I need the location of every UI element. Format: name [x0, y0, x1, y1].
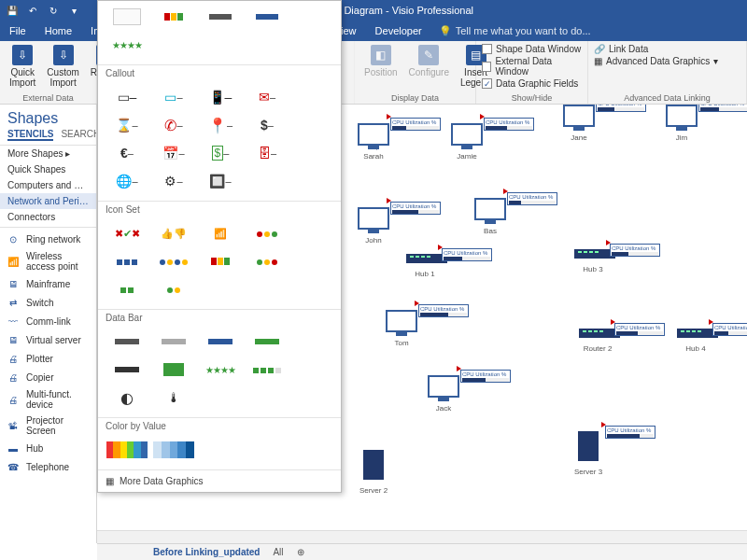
gallery-item[interactable] — [197, 3, 244, 31]
gallery-item[interactable] — [104, 436, 150, 464]
tell-me-search[interactable]: 💡 Tell me what you want to do... — [431, 21, 599, 41]
network-node-hub[interactable]: Hub 3 — [574, 249, 612, 273]
network-node-hub[interactable]: Hub 4 — [677, 329, 714, 353]
gallery-item[interactable]: 📅– — [150, 139, 197, 167]
shape-item[interactable]: ▬Hub — [0, 439, 96, 457]
shape-item[interactable]: 🖥Virtual server — [0, 330, 96, 349]
chk-shape-data-window[interactable]: Shape Data Window — [482, 43, 582, 55]
gallery-item[interactable]: ◐ — [104, 384, 150, 412]
shape-item[interactable]: ⇄Switch — [0, 293, 96, 312]
gallery-item[interactable] — [244, 3, 290, 31]
shape-label: Projector Screen — [26, 415, 91, 436]
network-node-pc[interactable]: Bas — [472, 198, 509, 235]
horizontal-scrollbar[interactable] — [97, 530, 747, 543]
network-node-hub[interactable]: Hub 1 — [406, 254, 444, 278]
advanced-data-graphics-button[interactable]: ▦Advanced Data Graphics ▾ — [594, 55, 740, 67]
network-node-hub[interactable]: Router 2 — [579, 329, 616, 353]
gallery-item[interactable]: ★★★★ — [104, 31, 150, 59]
new-sheet-button[interactable]: ⊕ — [297, 547, 304, 557]
gallery-item[interactable]: 📶 — [197, 219, 244, 247]
save-button[interactable]: 💾 — [6, 4, 19, 17]
stencil-connectors[interactable]: Connectors — [0, 209, 96, 225]
gallery-item[interactable] — [150, 356, 197, 384]
network-node-pc[interactable]: Jack — [425, 375, 462, 413]
chk-data-graphic-fields[interactable]: ✓Data Graphic Fields — [482, 77, 582, 90]
tab-home[interactable]: Home — [35, 21, 81, 41]
shape-item[interactable]: 📶Wireless access point — [0, 248, 96, 274]
qat-customize-icon[interactable]: ▾ — [67, 4, 80, 17]
gallery-item[interactable]: ✆– — [150, 111, 197, 139]
stencil-computers[interactable]: Computers and Monitors — [0, 177, 96, 193]
sheet-tab-active[interactable]: Before Linking_updated — [153, 547, 260, 557]
network-node-pc[interactable]: Jamie — [448, 123, 486, 161]
flag-icon — [387, 198, 391, 203]
gallery-item[interactable]: 🔲– — [197, 167, 244, 195]
network-node-server[interactable]: Server 2 — [355, 450, 392, 495]
gallery-item[interactable]: ⌛– — [104, 111, 150, 139]
cpu-meter: CPU Utilization % — [484, 118, 534, 131]
gallery-item[interactable] — [244, 219, 290, 247]
gallery-item[interactable]: 👍👎 — [150, 219, 197, 247]
network-node-pc[interactable]: Jim — [663, 105, 700, 142]
gallery-item[interactable]: ✉– — [244, 83, 290, 111]
network-node-pc[interactable]: Sarah — [355, 123, 392, 161]
gallery-item[interactable] — [197, 328, 244, 356]
gallery-item[interactable]: ★★★★ — [197, 356, 244, 384]
stencil-more-shapes[interactable]: More Shapes ▸ — [0, 146, 96, 161]
gallery-item[interactable]: $– — [197, 139, 244, 167]
network-node-pc[interactable]: Jane — [560, 105, 598, 142]
shapes-tab-search[interactable]: SEARCH — [61, 129, 97, 141]
gallery-item-none[interactable] — [104, 3, 150, 31]
undo-button[interactable]: ↶ — [26, 4, 39, 17]
shape-item[interactable]: 🖨Plotter — [0, 349, 96, 368]
shape-item[interactable]: 📽Projector Screen — [0, 413, 96, 439]
more-data-graphics-button[interactable]: ▦ More Data Graphics — [98, 469, 341, 492]
gallery-item[interactable]: 🌡 — [150, 384, 197, 412]
gallery-item[interactable]: 🌐– — [104, 167, 150, 195]
shapes-tab-stencils[interactable]: STENCILS — [7, 129, 53, 141]
sheet-tab-all[interactable]: All — [273, 547, 283, 557]
redo-button[interactable]: ↻ — [47, 4, 60, 17]
network-node-server[interactable]: Server 3 — [570, 431, 607, 476]
gallery-item[interactable]: €– — [104, 139, 150, 167]
gallery-item[interactable]: ▭– — [104, 83, 150, 111]
shape-item[interactable]: ☎Telephone — [0, 457, 96, 476]
shape-item[interactable]: 🖥Mainframe — [0, 274, 96, 293]
shape-item[interactable]: ⊙Ring network — [0, 230, 96, 248]
network-node-pc[interactable]: Tom — [383, 310, 420, 347]
gallery-item[interactable]: $– — [244, 111, 290, 139]
gallery-item[interactable] — [150, 3, 197, 31]
gallery-item[interactable] — [244, 328, 290, 356]
gallery-item[interactable] — [150, 275, 197, 303]
gallery-item[interactable] — [244, 247, 290, 275]
tell-me-placeholder: Tell me what you want to do... — [456, 25, 591, 36]
quick-import-button[interactable]: ⇩Quick Import — [6, 43, 39, 90]
tab-developer[interactable]: Developer — [366, 21, 431, 41]
gallery-item[interactable] — [150, 328, 197, 356]
chk-external-data-window[interactable]: External Data Window — [482, 55, 582, 77]
gallery-item[interactable]: 📱– — [197, 83, 244, 111]
gallery-item[interactable] — [150, 436, 197, 464]
gallery-item[interactable]: ⚙– — [150, 167, 197, 195]
stencil-quick-shapes[interactable]: Quick Shapes — [0, 161, 96, 177]
shape-item[interactable]: 〰Comm-link — [0, 312, 96, 330]
gallery-item[interactable] — [197, 247, 244, 275]
stencil-network-peripherals[interactable]: Network and Peripherals — [0, 193, 96, 209]
shape-item[interactable]: 🖨Copier — [0, 368, 96, 386]
gallery-item[interactable] — [244, 356, 290, 384]
gallery-item[interactable]: ▭– — [150, 83, 197, 111]
gallery-item[interactable] — [104, 247, 150, 275]
gallery-item[interactable] — [104, 356, 150, 384]
gallery-item[interactable]: 🗄– — [244, 139, 290, 167]
gallery-item[interactable]: ✖✔✖ — [104, 219, 150, 247]
gallery-item[interactable] — [104, 275, 150, 303]
shape-item[interactable]: 🖨Multi-funct. device — [0, 386, 96, 413]
gallery-item[interactable] — [150, 247, 197, 275]
network-node-pc[interactable]: John — [355, 207, 392, 245]
link-data-button[interactable]: 🔗Link Data — [594, 43, 740, 55]
tab-file[interactable]: File — [0, 21, 35, 41]
server-icon — [363, 450, 384, 480]
gallery-item[interactable] — [104, 328, 150, 356]
gallery-item[interactable]: 📍– — [197, 111, 244, 139]
custom-import-button[interactable]: ⇩Custom Import — [43, 43, 82, 90]
